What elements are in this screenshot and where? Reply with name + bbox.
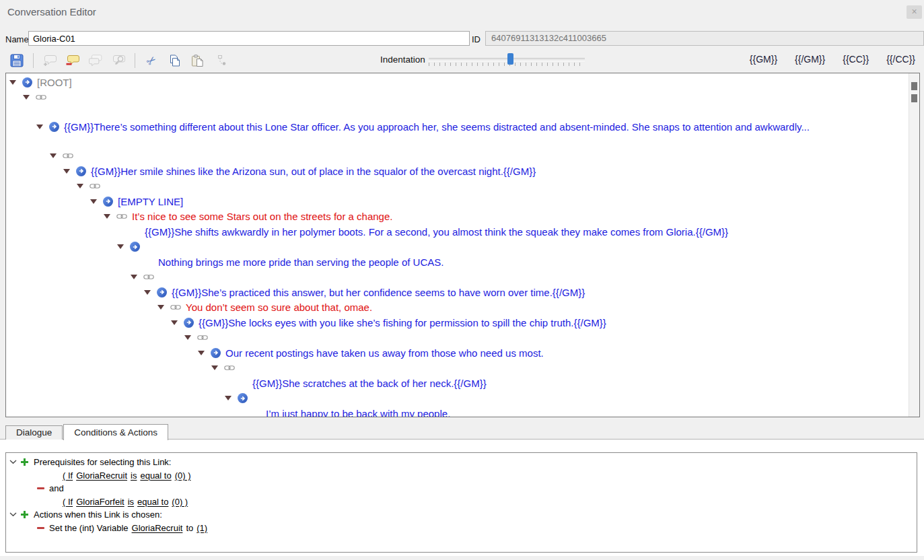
tree-spacer [6,135,909,149]
tree-node[interactable] [6,149,909,164]
condition-section-header: Actions when this Link is chosen: [6,508,917,522]
expander-triangle-icon[interactable] [184,335,191,340]
expander-triangle-icon[interactable] [171,320,178,325]
condition-link[interactable]: is [128,497,134,507]
link-node-icon[interactable] [224,365,235,371]
action-row: Set the (int) VariableGloriaRecruitto(1) [6,522,917,535]
expander-triangle-icon[interactable] [77,184,83,188]
tree-node[interactable]: I’m just happy to be back with my people… [6,406,909,417]
delete-line-icon[interactable] [64,53,81,69]
expander-triangle-icon[interactable] [131,275,137,279]
tree-node[interactable]: It’s nice to see some Stars out on the s… [6,209,909,225]
dialogue-line-icon[interactable] [130,242,140,252]
condition-link[interactable]: (0) ) [175,470,191,481]
dialogue-line-icon[interactable] [103,197,113,207]
chevron-down-icon[interactable] [9,460,17,464]
condition-link[interactable]: equal to [137,497,168,507]
tree-node-text: Our recent postings have taken us away f… [225,347,544,359]
toolbar-separator [33,53,34,68]
tag-button[interactable]: {{/CC}} [886,54,915,65]
indentation-slider[interactable] [429,53,585,68]
tree-node[interactable]: Nothing brings me more pride than servin… [6,254,909,270]
condition-link[interactable]: ( If [63,497,73,507]
condition-link[interactable]: (1) [197,523,207,533]
condition-link[interactable]: equal to [140,470,171,481]
dialogue-line-icon[interactable] [76,166,86,176]
tree-node[interactable] [6,179,909,195]
link-node-icon[interactable] [90,183,100,189]
tree-scrollbar[interactable] [909,73,919,417]
remove-condition-icon[interactable] [37,487,44,489]
condition-link[interactable]: ( If [63,470,73,481]
expander-triangle-icon[interactable] [211,365,218,370]
dialogue-line-icon[interactable] [184,318,194,328]
condition-link[interactable]: is [131,470,137,481]
tag-button[interactable]: {{/GM}} [795,54,825,65]
expander-triangle-icon[interactable] [63,169,70,174]
expander-triangle-icon[interactable] [144,290,151,295]
link-node-icon[interactable] [36,94,46,100]
link-node-icon[interactable] [116,213,127,219]
tree-node[interactable]: [EMPTY LINE] [6,194,909,209]
expander-triangle-icon[interactable] [225,396,232,400]
tree-node[interactable] [6,90,909,106]
tree-node[interactable] [6,270,909,285]
condition-link[interactable]: (0) ) [172,497,188,507]
tab-dialogue[interactable]: Dialogue [5,425,63,440]
scrollbar-thumb[interactable] [911,94,917,102]
tree-node[interactable]: You don’t seem so sure about that, omae. [6,300,909,316]
condition-link[interactable]: GloriaForfeit [76,497,125,507]
tree-node[interactable] [6,361,909,376]
scrollbar-up-handle[interactable] [911,82,917,90]
operator-text: and [49,483,64,493]
dialogue-line-icon[interactable] [238,393,248,403]
tree-node[interactable]: Our recent postings have taken us away f… [6,345,909,361]
copy-icon[interactable] [166,53,183,69]
expander-triangle-icon[interactable] [9,80,16,85]
name-input[interactable] [28,31,470,46]
tree-node[interactable]: {{GM}}Her smile shines like the Arizona … [6,164,909,179]
link-node-icon[interactable] [170,304,181,310]
slider-thumb[interactable] [507,53,513,65]
expander-triangle-icon[interactable] [117,244,124,249]
expander-triangle-icon[interactable] [198,351,205,355]
tree-node[interactable]: {{GM}}She shifts awkwardly in her polyme… [6,224,909,240]
tree-node[interactable]: {{GM}}She locks eyes with you like she’s… [6,315,909,330]
expander-triangle-icon[interactable] [50,153,57,158]
link-node-icon[interactable] [143,274,154,280]
tree-node[interactable] [6,240,909,255]
tab-conditions-actions[interactable]: Conditions & Actions [63,424,168,440]
tree-node-text: You don’t seem so sure about that, omae. [186,302,372,313]
add-condition-icon[interactable] [21,511,28,518]
link-node-icon[interactable] [197,335,208,341]
tree-node[interactable] [6,330,909,346]
tree-node-text: I’m just happy to be back with my people… [266,408,450,417]
dialogue-line-icon[interactable] [157,287,167,298]
tree-node[interactable]: [ROOT] [6,75,909,90]
close-icon[interactable]: × [907,5,922,19]
tag-button[interactable]: {{GM}} [750,54,777,65]
link-node-icon[interactable] [63,153,73,159]
expander-triangle-icon[interactable] [36,125,43,129]
remove-condition-icon[interactable] [37,527,44,529]
tag-button[interactable]: {{CC}} [843,54,869,65]
dialogue-line-icon[interactable] [49,122,59,132]
expander-triangle-icon[interactable] [90,199,97,204]
condition-link[interactable]: GloriaRecruit [132,523,183,533]
dialogue-line-icon[interactable] [22,77,32,88]
paste-icon[interactable] [188,53,206,69]
cut-icon[interactable]: ✂ [143,53,160,69]
dialogue-line-icon[interactable] [211,348,221,358]
expander-triangle-icon[interactable] [157,305,164,310]
tree-node[interactable]: {{GM}}She’s practiced this answer, but h… [6,285,909,300]
tree-node[interactable]: {{GM}}There’s something different about … [6,119,909,135]
add-condition-icon[interactable] [21,458,28,466]
save-icon[interactable] [8,53,26,69]
expander-triangle-icon[interactable] [104,214,110,219]
tree-node[interactable]: {{GM}}She scratches at the back of her n… [6,376,909,391]
tree-node[interactable] [6,391,909,407]
condition-link[interactable]: GloriaRecruit [76,470,127,481]
chevron-down-icon[interactable] [9,512,17,517]
toolbar: ✂ [5,51,232,70]
expander-triangle-icon[interactable] [23,95,30,100]
